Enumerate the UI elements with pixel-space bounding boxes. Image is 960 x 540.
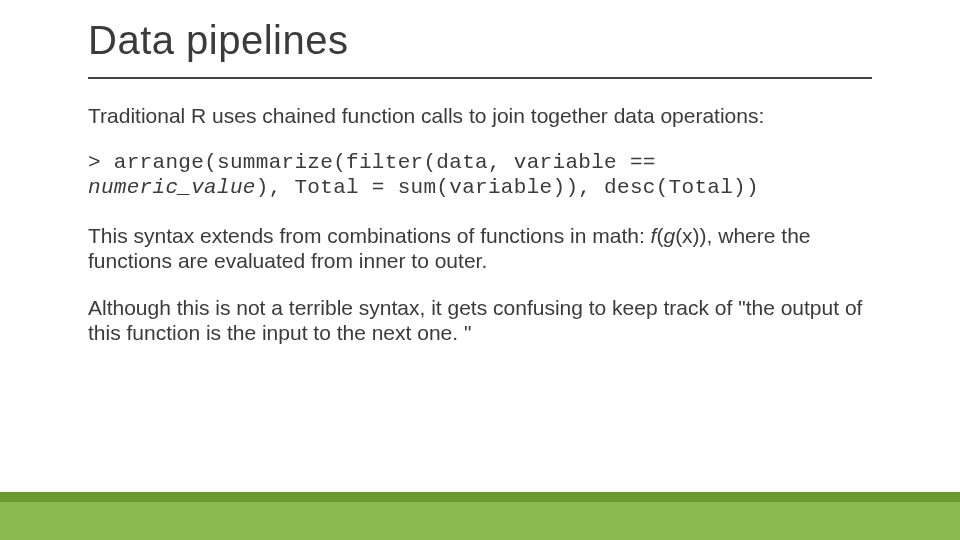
paragraph-math: This syntax extends from combinations of… (88, 223, 872, 273)
code-block: > arrange(summarize(filter(data, variabl… (88, 150, 872, 200)
math-intro: This syntax extends from combinations of… (88, 224, 651, 247)
paragraph-intro: Traditional R uses chained function call… (88, 103, 872, 128)
code-italic-value: numeric_value (88, 176, 256, 199)
footer-accent-stripe (0, 492, 960, 502)
code-text-1: arrange(summarize(filter(data, variable … (114, 151, 656, 174)
slide-title: Data pipelines (88, 18, 872, 79)
footer-main-stripe (0, 502, 960, 540)
math-g: g (663, 224, 675, 247)
slide-content: Traditional R uses chained function call… (88, 103, 872, 345)
code-text-2: ), Total = sum(variable)), desc(Total)) (256, 176, 759, 199)
slide-footer-bar (0, 492, 960, 540)
slide-body: Data pipelines Traditional R uses chaine… (0, 0, 960, 345)
code-prompt: > (88, 151, 114, 174)
paragraph-conclusion: Although this is not a terrible syntax, … (88, 295, 872, 345)
